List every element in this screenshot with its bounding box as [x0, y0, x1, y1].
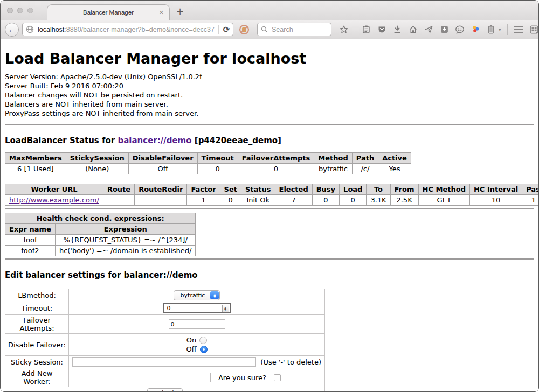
add-worker-label: Add New Worker: — [5, 368, 69, 387]
table-row: foof %{REQUEST_STATUS} =~ /^[234]/ — [5, 235, 196, 246]
disable-failover-off-radio[interactable] — [200, 346, 208, 353]
select-arrows-icon: ▲▼ — [210, 291, 219, 299]
color-dots-extension-icon[interactable] — [471, 25, 480, 34]
toolbar-divider-2 — [507, 24, 508, 35]
tab-close-icon[interactable]: ✕ — [159, 9, 164, 16]
close-window-button[interactable] — [7, 8, 13, 13]
cell-maxmembers: 6 [1 Used] — [5, 164, 66, 174]
col-failoverattempts: FailoverAttempts — [238, 153, 314, 164]
col-active: Active — [378, 153, 411, 164]
form-row-disable-failover: Disable Failover: On Off — [5, 334, 325, 356]
new-tab-button[interactable]: + — [176, 7, 184, 16]
timeout-label: Timeout: — [5, 302, 69, 315]
form-row-sticky: Sticky Session: (Use '-' to delete) — [5, 356, 325, 368]
send-tab-icon[interactable] — [424, 25, 433, 34]
url-bar[interactable]: localhost:8880/balancer-manager?b=demo&n… — [22, 23, 233, 36]
sticky-session-label: Sticky Session: — [5, 356, 69, 368]
zoom-window-button[interactable] — [27, 8, 33, 13]
balancer-status-heading: LoadBalancer Status for balancer://demo … — [5, 136, 534, 145]
table-row: foof2 hc('body') =~ /domain is establish… — [5, 246, 196, 256]
col-passes: Passes — [522, 184, 538, 195]
search-field[interactable] — [257, 23, 331, 36]
search-input[interactable] — [271, 25, 328, 34]
col-load: Load — [340, 184, 367, 195]
server-version-line: Server Version: Apache/2.5.0-dev (Unix) … — [5, 72, 534, 81]
worker-url-link[interactable]: http://www.example.com/ — [9, 196, 99, 204]
edit-settings-heading: Edit balancer settings for balancer://de… — [5, 270, 534, 280]
worker-row: http://www.example.com/ 1 0 Init Ok 7 0 … — [5, 195, 539, 206]
timeout-input[interactable] — [166, 304, 222, 312]
window-controls[interactable] — [7, 8, 33, 13]
divider-3 — [5, 258, 534, 260]
bookmark-star-icon[interactable] — [339, 25, 349, 34]
col-factor: Factor — [187, 184, 220, 195]
cell-elected: 7 — [275, 195, 312, 206]
inherit-note-line: Balancers are NOT inherited from main se… — [5, 100, 534, 109]
page-title: Load Balancer Manager for localhost — [5, 50, 534, 67]
col-set: Set — [220, 184, 241, 195]
add-worker-input[interactable] — [113, 373, 211, 382]
col-method: Method — [314, 153, 352, 164]
cell-timeout: 0 — [197, 164, 238, 174]
minimize-window-button[interactable] — [17, 8, 23, 13]
cell-route — [103, 195, 134, 206]
col-elected: Elected — [275, 184, 312, 195]
table-header-row: Worker URL Route RouteRedir Factor Set S… — [5, 184, 539, 195]
tab-balancer-manager[interactable]: Balancer Manager ✕ — [47, 4, 170, 20]
form-row-timeout: Timeout: ▲▼ — [5, 302, 325, 315]
battery-status-icon[interactable] — [486, 25, 496, 34]
cell-path: /c/ — [352, 164, 378, 174]
dropdown-caret-icon[interactable]: ▾ — [499, 27, 501, 32]
lbmethod-select[interactable]: bytraffic ▲▼ — [174, 290, 220, 300]
cell-busy: 0 — [312, 195, 339, 206]
col-hc-interval: HC Interval — [469, 184, 522, 195]
col-expression: Expression — [55, 224, 196, 235]
cell-expression: %{REQUEST_STATUS} =~ /^[234]/ — [55, 235, 196, 246]
globe-icon — [26, 25, 34, 33]
cell-from: 2.5K — [390, 195, 418, 206]
col-maxmembers: MaxMembers — [5, 153, 66, 164]
table-header-row: Expr name Expression — [5, 224, 196, 235]
cell-load: 0 — [340, 195, 367, 206]
balancer-demo-link[interactable]: balancer://demo — [118, 136, 191, 145]
content-blocker-icon[interactable] — [239, 24, 250, 35]
balancer-status-table: MaxMembers StickySession DisableFailover… — [5, 152, 411, 174]
form-row-submit: Submit — [5, 387, 325, 392]
save-page-icon[interactable] — [439, 25, 449, 34]
back-button[interactable]: ← — [5, 23, 19, 37]
col-route: Route — [103, 184, 134, 195]
table-row: 6 [1 Used] (None) Off 0 0 bytraffic /c/ … — [5, 164, 411, 174]
balancer-settings-form: LBmethod: bytraffic ▲▼ Timeout: ▲▼ — [5, 289, 325, 391]
cell-expr-name: foof — [5, 235, 56, 246]
tab-groups-icon[interactable] — [529, 25, 539, 34]
cell-disablefailover: Off — [128, 164, 197, 174]
submit-button[interactable]: Submit — [147, 388, 183, 391]
home-icon[interactable] — [408, 25, 418, 34]
feedback-smiley-icon[interactable] — [455, 25, 465, 34]
divider-1 — [5, 124, 534, 125]
cell-worker-url: http://www.example.com/ — [5, 195, 103, 206]
are-you-sure-checkbox[interactable] — [274, 374, 281, 381]
menu-icon[interactable] — [514, 26, 523, 33]
cell-set: 0 — [220, 195, 241, 206]
form-row-failover: Failover Attempts: — [5, 315, 325, 334]
reload-icon[interactable]: ⟳ — [222, 25, 231, 34]
col-routeredir: RouteRedir — [135, 184, 187, 195]
failover-attempts-input[interactable] — [169, 319, 225, 329]
lbmethod-label: LBmethod: — [5, 289, 69, 302]
disable-failover-on-radio[interactable] — [199, 337, 207, 344]
col-busy: Busy — [312, 184, 339, 195]
downloads-icon[interactable] — [392, 25, 402, 34]
table-title-row: Health check cond. expressions: — [5, 213, 196, 224]
col-hc-method: HC Method — [418, 184, 469, 195]
cell-active: Yes — [378, 164, 411, 174]
reading-list-icon[interactable] — [361, 25, 371, 34]
pocket-icon[interactable] — [377, 25, 386, 34]
sticky-session-input[interactable] — [72, 357, 256, 367]
health-check-title: Health check cond. expressions: — [5, 213, 196, 224]
number-spinner[interactable]: ▲▼ — [222, 305, 229, 312]
cell-to: 3.1K — [367, 195, 390, 206]
col-from: From — [390, 184, 418, 195]
url-text[interactable]: localhost:8880/balancer-manager?b=demo&n… — [38, 26, 215, 33]
cell-expression: hc('body') =~ /domain is established/ — [55, 246, 196, 256]
